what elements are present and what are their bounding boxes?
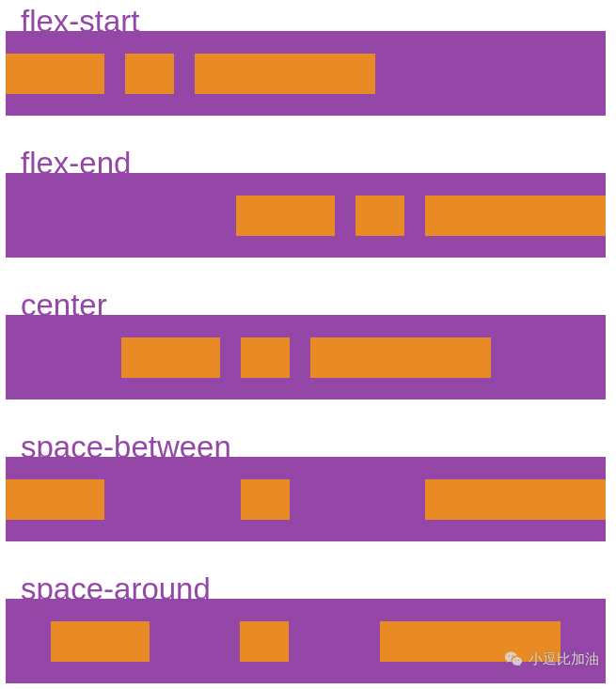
flex-item [51,621,150,662]
flex-container-flex-start [6,31,606,116]
section-flex-start: flex-start [0,0,616,116]
flex-item [425,479,606,520]
flex-item [236,196,335,236]
flex-container-center [6,315,606,399]
section-label-space-between: space-between [0,431,616,462]
flex-item [241,337,290,378]
flex-container-space-between [6,457,606,541]
flex-item [6,479,104,520]
section-label-flex-end: flex-end [0,148,616,179]
flex-container-flex-end [6,173,606,258]
flex-item [380,621,561,662]
section-label-center: center [0,290,616,321]
section-space-around: space-around [0,568,616,683]
flex-item [195,54,375,94]
section-flex-end: flex-end [0,142,616,258]
flex-item [125,54,174,94]
flex-item [121,337,220,378]
section-label-flex-start: flex-start [0,6,616,37]
section-center: center [0,284,616,399]
flex-container-space-around [6,599,606,683]
flex-item [355,196,404,236]
flex-item [6,54,104,94]
flex-item [310,337,491,378]
section-space-between: space-between [0,426,616,541]
flex-item [240,621,289,662]
flex-item [241,479,290,520]
flex-item [425,196,606,236]
section-label-space-around: space-around [0,573,616,604]
